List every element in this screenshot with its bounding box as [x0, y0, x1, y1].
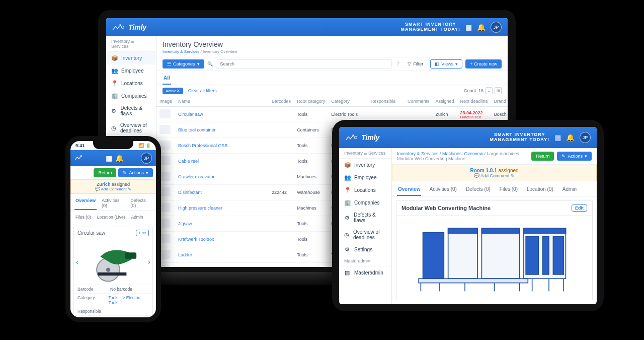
sidebar-item-inventory[interactable]: 📦Inventory: [106, 52, 156, 64]
chevron-left-icon[interactable]: ‹: [76, 258, 78, 266]
sidebar-item-employee[interactable]: 👥Employee: [106, 64, 156, 77]
sidebar-heading: Inventory & Services: [106, 36, 156, 52]
edit-button[interactable]: Edit: [572, 205, 587, 212]
bell-icon[interactable]: 🔔: [566, 133, 575, 142]
sidebar-item-companies[interactable]: 🏢Companies: [339, 196, 391, 209]
views-button[interactable]: ◧ Views ▾: [430, 59, 462, 69]
employee-icon: 👥: [111, 67, 117, 74]
sidebar-item-defects[interactable]: ⚙Defects & flaws: [106, 102, 156, 119]
employee-icon: 👥: [344, 174, 350, 181]
brand-logo[interactable]: Timly: [345, 132, 379, 143]
sidebar-item-deadlines[interactable]: ◷Overview of deadlines: [106, 119, 156, 137]
item-name-link[interactable]: Jigsaw: [175, 216, 269, 232]
table-header[interactable]: Responsible: [368, 96, 405, 107]
actions-button[interactable]: ✎ Actions ▾: [118, 168, 153, 177]
sidebar-item-settings[interactable]: ⚙Settings: [339, 243, 391, 256]
tab-all[interactable]: All: [163, 73, 171, 85]
edit-button[interactable]: Edit: [136, 230, 149, 236]
tab-overview[interactable]: Overview: [397, 184, 421, 196]
phone-header: ▦ 🔔 JP: [70, 150, 156, 166]
sidebar-item-locations[interactable]: 📍Locations: [106, 77, 156, 90]
svg-point-0: [121, 26, 124, 28]
tab-defects[interactable]: Defects (0): [465, 184, 492, 196]
property-row: Responsible: [74, 307, 152, 315]
table-header[interactable]: Brand: [491, 96, 508, 107]
add-comment-link[interactable]: 💬 Add Comment ✎: [95, 187, 131, 191]
tab-location[interactable]: Location (Live): [96, 213, 126, 223]
qr-icon[interactable]: ▦: [106, 154, 112, 162]
sidebar-item-locations[interactable]: 📍Locations: [339, 184, 391, 196]
tab-activities[interactable]: Activities (0): [101, 196, 125, 210]
sidebar-item-defects[interactable]: ⚙Defects & flaws: [339, 209, 391, 226]
help-icon[interactable]: ❔: [395, 61, 400, 66]
property-value[interactable]: Tools --> Electric Tools: [108, 295, 149, 305]
item-name-link[interactable]: LUX Cordless Screwdriver ABS 20Li 80 pcs: [175, 263, 269, 267]
tab-activities[interactable]: Activities (0): [428, 184, 457, 196]
add-comment-link[interactable]: 💬 Add Comment ✎: [474, 173, 515, 178]
bell-icon[interactable]: 🔔: [115, 154, 124, 162]
user-avatar[interactable]: JP: [141, 153, 152, 164]
item-name-link[interactable]: Cable reel: [175, 154, 269, 169]
table-header[interactable]: Next deadline: [457, 96, 491, 107]
breadcrumb-root[interactable]: Inventory & Services: [163, 49, 199, 54]
tab-location[interactable]: Location (0): [526, 184, 554, 196]
return-button[interactable]: Return: [94, 168, 116, 177]
bell-icon[interactable]: 🔔: [477, 23, 486, 31]
item-name-link[interactable]: Ladder: [175, 247, 269, 263]
tagline: SMART INVENTORY MANAGEMENT TODAY!: [490, 132, 549, 143]
tab-overview[interactable]: Overview: [74, 196, 97, 210]
sidebar-item-employee[interactable]: 👥Employee: [339, 171, 391, 184]
qr-icon[interactable]: ▦: [465, 23, 472, 31]
page-title: Inventory Overview: [156, 36, 508, 49]
table-header[interactable]: Comments: [405, 96, 433, 107]
property-value: No barcode: [110, 287, 132, 292]
item-name-link[interactable]: Crawler excavator: [175, 169, 269, 185]
active-badge[interactable]: Active ✕: [163, 88, 183, 94]
sidebar-item-deadlines[interactable]: ◷Overview of deadlines: [339, 226, 391, 243]
table-header[interactable]: Image: [156, 96, 175, 107]
phone-device: 9:41 📶 🔋 ▦ 🔔 JP Return ✎ Actions ▾ Zuric…: [65, 136, 161, 322]
table-header[interactable]: Assigned: [433, 96, 457, 107]
density-expand-icon[interactable]: ⊞: [495, 87, 502, 94]
item-name-link[interactable]: Circular saw: [175, 107, 269, 122]
table-header[interactable]: Name: [175, 96, 269, 107]
companies-icon: 🏢: [344, 199, 350, 206]
deadlines-icon: ◷: [344, 232, 349, 238]
brand-logo[interactable]: [74, 153, 86, 163]
table-header[interactable]: Root category: [294, 96, 328, 107]
item-thumb: [159, 172, 171, 181]
tab-defects[interactable]: Defects (0): [129, 196, 152, 210]
sidebar-item-masteradmin[interactable]: ▤Masteradmin: [339, 266, 391, 279]
actions-button[interactable]: ✎ Actions ▾: [557, 152, 592, 161]
search-icon: 🔍: [207, 61, 213, 66]
sidebar-item-companies[interactable]: 🏢Companies: [106, 90, 156, 102]
table-header[interactable]: Barcodes: [269, 96, 294, 107]
filter-button[interactable]: ▽ Filter: [404, 60, 427, 68]
machine-image: [396, 216, 592, 300]
tab-admin[interactable]: Admin: [561, 184, 578, 196]
item-name-link[interactable]: Disinfectant: [175, 185, 269, 200]
sidebar-item-inventory[interactable]: 📦Inventory: [339, 159, 391, 171]
density-compact-icon[interactable]: ≡: [486, 87, 493, 94]
create-button[interactable]: + Create new: [465, 59, 502, 69]
brand-logo[interactable]: Timly: [112, 22, 146, 32]
item-name-link[interactable]: Kraftwerk Toolbox: [175, 232, 269, 247]
detail-card-title: Modular Web Converting Machine: [401, 205, 491, 211]
return-button[interactable]: Return: [531, 152, 554, 161]
search-input[interactable]: [216, 59, 392, 69]
user-avatar[interactable]: JP: [580, 132, 591, 143]
item-name-link[interactable]: Blue tool container: [175, 122, 269, 138]
user-avatar[interactable]: JP: [491, 22, 502, 33]
tab-files[interactable]: Files (0): [499, 184, 519, 196]
clear-filters-link[interactable]: Clear all filters: [188, 88, 217, 93]
item-name-link[interactable]: Bosch Professional GSB: [175, 138, 269, 154]
qr-icon[interactable]: ▦: [554, 133, 561, 142]
item-name-link[interactable]: High pressure cleaner: [175, 200, 269, 216]
tab-admin[interactable]: Admin: [130, 213, 144, 223]
assigned-banner: Zurich assigned 💬 Add Comment ✎: [70, 179, 156, 194]
property-label: Category: [77, 295, 108, 305]
tab-files[interactable]: Files (0): [74, 213, 92, 223]
table-header[interactable]: Category: [328, 96, 368, 107]
categories-button[interactable]: ☰ Categories ▾: [163, 59, 204, 69]
chevron-right-icon[interactable]: ›: [148, 258, 150, 266]
